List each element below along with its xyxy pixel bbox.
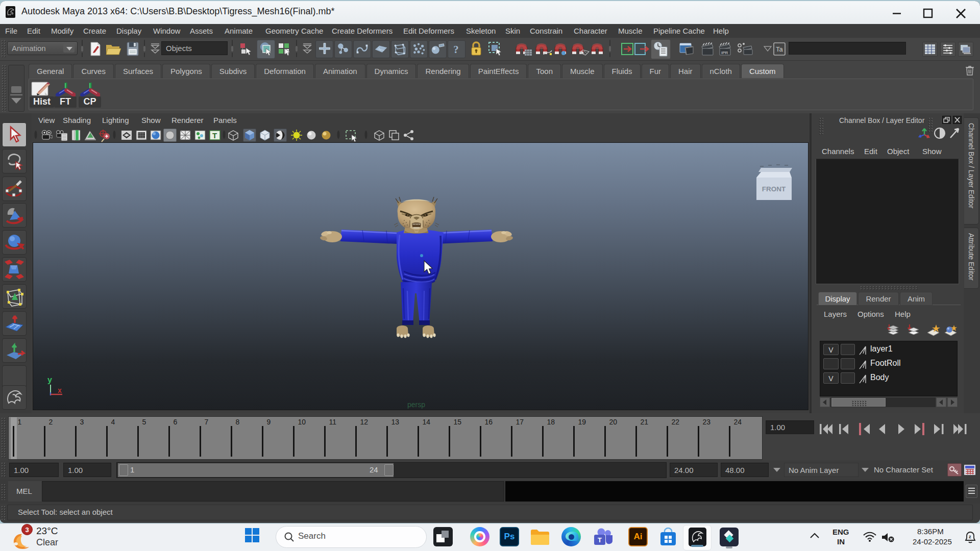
svg-text:y: y [47,375,52,384]
svg-text:FRONT: FRONT [762,185,786,193]
svg-text:persp: persp [407,400,425,409]
svg-text:IPR: IPR [721,51,728,55]
svg-text:z: z [969,534,971,539]
svg-text:x: x [58,386,62,394]
svg-text:Ta: Ta [776,45,783,53]
svg-text:?: ? [453,44,458,55]
svg-text:T: T [212,131,217,140]
svg-text:T: T [598,536,602,544]
